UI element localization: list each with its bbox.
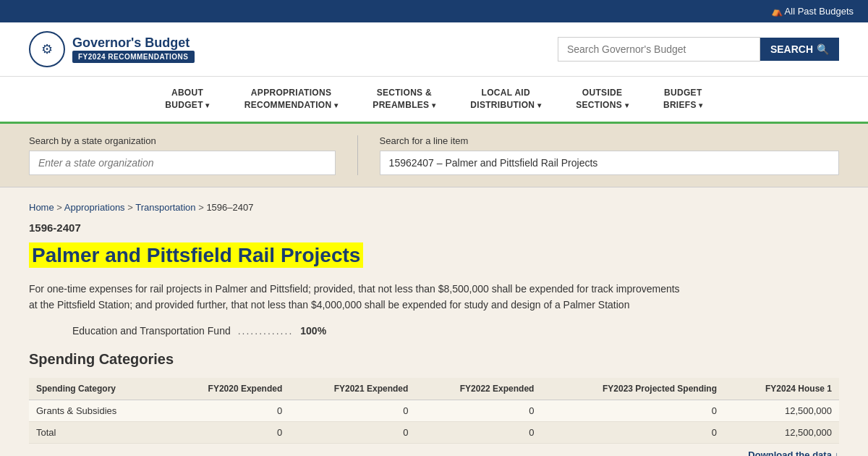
nav-about-budget-label: ABOUT (165, 87, 209, 99)
all-past-budgets-link[interactable]: All Past Budgets (785, 6, 854, 17)
breadcrumb-current: 1596–2407 (206, 202, 253, 213)
fund-name: Education and Transportation Fund (72, 325, 231, 337)
page-description: For one-time expenses for rail projects … (29, 281, 680, 313)
nav-distribution-label: DISTRIBUTION ▾ (470, 99, 541, 111)
cell-fy2024: 12,500,000 (724, 421, 839, 443)
fund-percent: 100% (300, 325, 326, 337)
state-org-label: Search by a state organization (29, 135, 336, 146)
cell-fy2022: 0 (415, 421, 541, 443)
chevron-down-icon: ▾ (537, 101, 541, 109)
cell-fy2020: 0 (163, 400, 289, 421)
tent-icon: ⛺ (771, 6, 785, 17)
nav-appropriations-label: APPROPRIATIONS (244, 87, 339, 99)
cell-category: Grants & Subsidies (29, 400, 163, 421)
page-title: Palmer and Pittsfield Rail Projects (29, 242, 363, 268)
nav-budget-label: BUDGET (663, 87, 703, 99)
nav-briefs-label: BRIEFS ▾ (663, 99, 703, 111)
nav-preambles-label: PREAMBLES ▾ (373, 99, 435, 111)
chevron-down-icon: ▾ (699, 101, 702, 109)
fund-line: Education and Transportation Fund ......… (72, 325, 839, 337)
nav-outside-sections[interactable]: OUTSIDE SECTIONS ▾ (558, 77, 646, 124)
breadcrumb-transportation[interactable]: Transportation (135, 202, 195, 213)
search-icon: 🔍 (817, 43, 829, 55)
line-item-label: Search for a line item (380, 135, 839, 146)
logo-area: ⚙ Governor's Budget FY2024 RECOMMENDATIO… (29, 31, 195, 67)
title-block: Palmer and Pittsfield Rail Projects (29, 241, 839, 269)
breadcrumb: Home > Appropriations > Transportation >… (29, 202, 839, 213)
state-org-filter: Search by a state organization (29, 135, 336, 175)
cell-fy2021: 0 (289, 421, 415, 443)
nav-sections-preambles[interactable]: SECTIONS & PREAMBLES ▾ (355, 77, 453, 124)
header: ⚙ Governor's Budget FY2024 RECOMMENDATIO… (0, 22, 868, 77)
breadcrumb-appropriations[interactable]: Appropriations (64, 202, 125, 213)
nav-outside-label: OUTSIDE (576, 87, 629, 99)
chevron-down-icon: ▾ (334, 101, 338, 109)
line-item-input[interactable] (380, 151, 839, 175)
logo-text: Governor's Budget FY2024 RECOMMENDATIONS (72, 35, 195, 63)
nav-local-aid-label: LOCAL AID (470, 87, 541, 99)
col-fy2020: FY2020 Expended (163, 378, 289, 400)
download-line: Download the data ↓ (29, 444, 839, 456)
nav-sections-label: SECTIONS & (373, 87, 435, 99)
main-content: Home > Appropriations > Transportation >… (0, 187, 868, 456)
chevron-down-icon: ▾ (205, 101, 209, 109)
logo-title: Governor's Budget (72, 35, 195, 51)
cell-fy2024: 12,500,000 (724, 400, 839, 421)
nav-local-aid[interactable]: LOCAL AID DISTRIBUTION ▾ (453, 77, 558, 124)
chevron-down-icon: ▾ (625, 101, 629, 109)
cell-fy2022: 0 (415, 400, 541, 421)
spending-categories-title: Spending Categories (29, 351, 839, 368)
table-row: Total 0 0 0 0 12,500,000 (29, 421, 839, 443)
col-fy2022: FY2022 Expended (415, 378, 541, 400)
cell-fy2023: 0 (541, 421, 724, 443)
logo-badge: FY2024 RECOMMENDATIONS (72, 51, 195, 63)
filter-bar: Search by a state organization Search fo… (0, 124, 868, 187)
nav-about-budget-label2: BUDGET ▾ (165, 99, 209, 111)
download-link[interactable]: Download the data ↓ (748, 449, 839, 456)
col-fy2021: FY2021 Expended (289, 378, 415, 400)
spending-table: Spending Category FY2020 Expended FY2021… (29, 378, 839, 444)
col-category: Spending Category (29, 378, 163, 400)
fund-dots: ............. (238, 325, 294, 337)
search-button-label: SEARCH (770, 43, 813, 55)
state-org-input[interactable] (29, 151, 336, 175)
filter-divider (357, 135, 358, 175)
governor-budget-search-input[interactable] (558, 37, 760, 62)
header-search-area: SEARCH 🔍 (558, 37, 839, 62)
breadcrumb-home[interactable]: Home (29, 202, 54, 213)
nav-appropriations[interactable]: APPROPRIATIONS RECOMMENDATION ▾ (227, 77, 356, 124)
search-button[interactable]: SEARCH 🔍 (760, 38, 839, 61)
cell-fy2023: 0 (541, 400, 724, 421)
nav-about-budget[interactable]: ABOUT BUDGET ▾ (148, 77, 226, 124)
table-row: Grants & Subsidies 0 0 0 0 12,500,000 (29, 400, 839, 421)
cell-fy2020: 0 (163, 421, 289, 443)
line-item-filter: Search for a line item (380, 135, 839, 175)
main-nav: ABOUT BUDGET ▾ APPROPRIATIONS RECOMMENDA… (0, 77, 868, 124)
col-fy2023: FY2023 Projected Spending (541, 378, 724, 400)
nav-sections-label2: SECTIONS ▾ (576, 99, 629, 111)
col-fy2024: FY2024 House 1 (724, 378, 839, 400)
cell-fy2021: 0 (289, 400, 415, 421)
logo-icon: ⚙ (29, 31, 65, 67)
item-code: 1596-2407 (29, 221, 839, 234)
chevron-down-icon: ▾ (432, 101, 435, 109)
top-banner: ⛺ All Past Budgets (0, 0, 868, 22)
nav-budget-briefs[interactable]: BUDGET BRIEFS ▾ (646, 77, 720, 124)
nav-appropriations-label2: RECOMMENDATION ▾ (244, 99, 339, 111)
cell-category: Total (29, 421, 163, 443)
